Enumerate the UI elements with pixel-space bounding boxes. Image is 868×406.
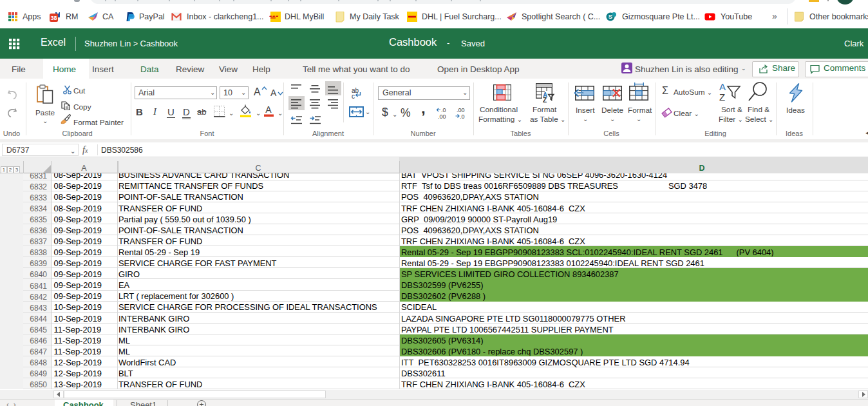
svg-text:Z: Z (543, 97, 547, 104)
svg-text:.00: .00 (457, 107, 465, 113)
svg-text:.0: .0 (460, 113, 465, 120)
svg-text:S: S (609, 13, 612, 20)
svg-text:38: 38 (50, 15, 57, 21)
svg-text:.0: .0 (441, 107, 446, 113)
svg-text:.00: .00 (438, 113, 446, 120)
svg-text:c: c (352, 93, 355, 100)
svg-text:A: A (265, 104, 272, 115)
svg-text:Z: Z (719, 92, 725, 102)
svg-text:A: A (719, 81, 726, 92)
